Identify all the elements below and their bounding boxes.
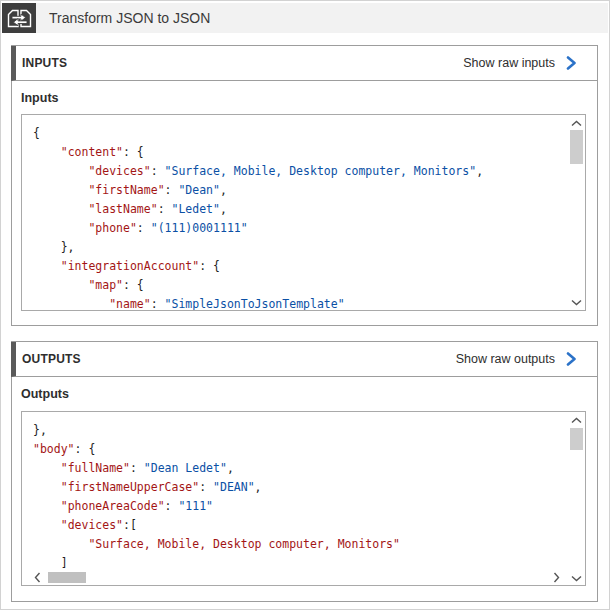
outputs-vertical-scrollbar[interactable] [568,412,585,585]
outputs-title: OUTPUTS [22,352,81,366]
outputs-hscrollbar-thumb[interactable] [48,572,86,583]
scroll-right-icon[interactable] [550,571,562,583]
outputs-scrollbar-thumb[interactable] [570,428,583,450]
show-raw-outputs-label: Show raw outputs [456,352,555,366]
scroll-up-icon[interactable] [568,117,585,129]
outputs-code: }, "body": { "fullName": "Dean Ledet", "… [22,412,585,573]
transform-json-icon [2,3,36,33]
inputs-code-viewer[interactable]: { "content": { "devices": "Surface, Mobi… [21,114,586,311]
inputs-title: INPUTS [22,56,67,70]
outputs-section-header: OUTPUTS Show raw outputs [11,342,597,377]
action-title: Transform JSON to JSON [49,10,210,26]
inputs-scrollbar-thumb[interactable] [570,130,583,164]
show-raw-inputs-link[interactable]: Show raw inputs [463,56,578,70]
show-raw-inputs-label: Show raw inputs [463,56,555,70]
inputs-code: { "content": { "devices": "Surface, Mobi… [22,115,585,311]
inputs-section: INPUTS Show raw inputs Inputs { "content… [11,45,598,326]
chevron-right-icon [565,56,578,70]
show-raw-outputs-link[interactable]: Show raw outputs [456,352,578,366]
action-header: Transform JSON to JSON [2,3,608,33]
outputs-section: OUTPUTS Show raw outputs Outputs }, "bod… [11,341,598,602]
outputs-horizontal-scrollbar[interactable] [22,570,568,585]
scroll-up-icon[interactable] [568,414,585,426]
inputs-section-header: INPUTS Show raw inputs [11,46,597,81]
outputs-code-viewer[interactable]: }, "body": { "fullName": "Dean Ledet", "… [21,411,586,586]
scroll-down-icon[interactable] [568,296,585,308]
scroll-left-icon[interactable] [31,571,43,583]
action-panel: Transform JSON to JSON INPUTS Show raw i… [0,0,610,610]
scroll-down-icon[interactable] [568,572,585,584]
outputs-field-label: Outputs [21,387,597,401]
inputs-field-label: Inputs [21,91,597,105]
chevron-right-icon [565,352,578,366]
inputs-vertical-scrollbar[interactable] [568,115,585,310]
